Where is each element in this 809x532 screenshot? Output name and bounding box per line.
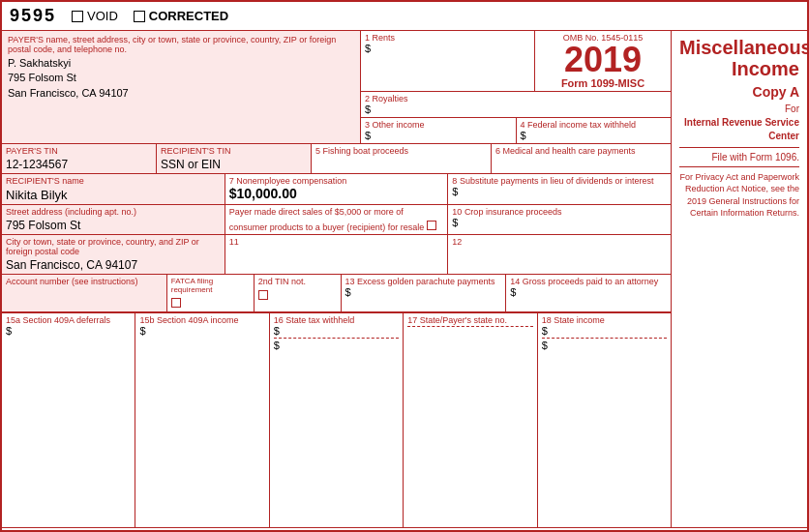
s15a-value: $ — [6, 325, 131, 337]
copy-a-irs: Internal Revenue Service Center — [679, 116, 799, 143]
row4: Street address (including apt. no.) 795 … — [2, 205, 671, 235]
form-top-bar: 9595 VOID CORRECTED — [2, 2, 807, 30]
b9-label: Payer made direct sales of $5,000 or mor… — [229, 207, 425, 232]
copy-a-for: For — [679, 103, 799, 116]
rents-row: 1 Rents $ OMB No. 1545-0115 2019 Form 10… — [361, 31, 671, 92]
payer-address: 795 Folsom St — [8, 71, 354, 85]
payer-info-value: P. Sakhatskyi 795 Folsom St San Francisc… — [8, 56, 354, 101]
tin2-checkbox[interactable] — [258, 290, 268, 300]
form-bottom-info: Form 1099-MISC Cat. No. 14425J www.irs.g… — [2, 527, 807, 532]
row1: PAYER'S name, street address, city or to… — [2, 31, 671, 144]
medical-box: 6 Medical and health care payments — [492, 144, 671, 173]
b5-label: 5 Fishing boat proceeds — [315, 146, 487, 156]
privacy-section: For Privacy Act and Paperwork Reduction … — [679, 166, 799, 220]
payer-name: P. Sakhatskyi — [8, 56, 354, 71]
form-main: PAYER'S name, street address, city or to… — [2, 30, 807, 527]
payer-info: PAYER'S name, street address, city or to… — [2, 31, 361, 143]
misc-income-title: MiscellaneousIncome — [679, 37, 799, 79]
box11: 11 — [225, 235, 449, 274]
row6: Account number (see instructions) FATCA … — [2, 275, 671, 312]
other-box: 3 Other income $ — [361, 118, 517, 143]
misc-income-text: MiscellaneousIncome — [679, 37, 799, 79]
box12: 12 — [448, 235, 671, 274]
recipient-name-label: RECIPIENT'S name — [6, 176, 221, 186]
b14-value: $ — [510, 286, 667, 298]
corrected-checkbox[interactable] — [134, 11, 145, 22]
fishing-box: 5 Fishing boat proceeds — [312, 144, 492, 173]
row7: 15a Section 409A deferrals $ 15b Section… — [2, 312, 671, 527]
s15a-label: 15a Section 409A deferrals — [6, 315, 131, 325]
s15b-label: 15b Section 409A income — [139, 315, 264, 325]
excess-box: 13 Excess golden parachute payments $ — [342, 275, 507, 311]
s15b-value: $ — [139, 325, 264, 337]
payer-tin-label: PAYER'S TIN — [6, 146, 152, 156]
tin2-box: 2nd TIN not. — [255, 275, 342, 311]
b10-value: $ — [452, 217, 667, 228]
void-section: VOID — [72, 9, 118, 23]
b3-label: 3 Other income — [365, 120, 512, 130]
s15b-box: 15b Section 409A income $ — [135, 313, 269, 527]
b7-value: $10,000.00 — [229, 186, 444, 201]
void-checkbox[interactable] — [72, 11, 83, 22]
s16-value2: $ — [274, 340, 399, 351]
payer-direct-box: Payer made direct sales of $5,000 or mor… — [225, 205, 449, 234]
s16-box: 16 State tax withheld $ $ — [270, 313, 404, 527]
b8-label: 8 Substitute payments in lieu of dividen… — [452, 176, 667, 186]
copy-a-section: Copy A For Internal Revenue Service Cent… — [679, 83, 799, 143]
b9-checkbox[interactable] — [427, 221, 436, 230]
year-2019: 2019 — [539, 43, 667, 77]
recipient-tin: RECIPIENT'S TIN SSN or EIN — [157, 144, 312, 173]
row2: PAYER'S TIN 12-1234567 RECIPIENT'S TIN S… — [2, 144, 671, 174]
row3: RECIPIENT'S name Nikita Bilyk 7 Nonemplo… — [2, 174, 671, 205]
account-box: Account number (see instructions) — [2, 275, 167, 311]
file-with: File with Form 1096. — [679, 147, 799, 163]
s18-dashed — [542, 338, 667, 339]
privacy-act-text: For Privacy Act and Paperwork Reduction … — [679, 172, 799, 219]
fatca-box: FATCA filing requirement — [167, 275, 255, 311]
s16-value1: $ — [274, 325, 399, 337]
b7-label: 7 Nonemployee compensation — [229, 176, 444, 186]
b1-value: $ — [365, 43, 530, 54]
form-number: 9595 — [10, 6, 56, 26]
account-label: Account number (see instructions) — [6, 277, 163, 286]
b3-value: $ — [365, 130, 512, 141]
payer-tin: PAYER'S TIN 12-1234567 — [2, 144, 157, 173]
gross-box: 14 Gross proceeds paid to an attorney $ — [506, 275, 671, 311]
s18-value2: $ — [542, 340, 667, 351]
recipient-tin-value: SSN or EIN — [161, 158, 307, 171]
tin2-label: 2nd TIN not. — [258, 277, 337, 286]
s17-dashed — [407, 326, 532, 327]
void-label: VOID — [87, 9, 118, 23]
fed-box: 4 Federal income tax withheld $ — [517, 118, 672, 143]
b11-label: 11 — [229, 237, 444, 247]
corrected-label: CORRECTED — [149, 9, 228, 23]
s18-label: 18 State income — [542, 315, 667, 325]
b4-value: $ — [521, 130, 668, 141]
form-right-sidebar: MiscellaneousIncome Copy A For Internal … — [672, 31, 807, 527]
copy-a-label: Copy A — [679, 83, 799, 103]
s17-label: 17 State/Payer's state no. — [407, 315, 532, 325]
rents-box: 1 Rents $ — [361, 31, 535, 91]
form-1099-misc: 9595 VOID CORRECTED PAYER'S name, street… — [0, 0, 809, 532]
fatca-checkbox[interactable] — [171, 298, 181, 308]
s16-dashed — [274, 338, 399, 339]
b13-value: $ — [345, 286, 502, 298]
payer-info-label: PAYER'S name, street address, city or to… — [8, 35, 354, 54]
omb-year-box: OMB No. 1545-0115 2019 Form 1099-MISC — [535, 31, 671, 91]
city-label: City or town, state or province, country… — [6, 237, 221, 256]
b6-label: 6 Medical and health care payments — [495, 146, 667, 156]
nonemployee-box: 7 Nonemployee compensation $10,000.00 — [225, 174, 449, 204]
file-with-text: File with Form 1096. — [711, 152, 799, 163]
b10-label: 10 Crop insurance proceeds — [452, 207, 667, 217]
city-box: City or town, state or province, country… — [2, 235, 225, 274]
s18-value1: $ — [542, 325, 667, 337]
payer-city: San Francisco, CA 94107 — [8, 86, 354, 101]
other-fed-row: 3 Other income $ 4 Federal income tax wi… — [361, 118, 671, 143]
fatca-label: FATCA filing requirement — [171, 277, 213, 294]
s18-box: 18 State income $ $ — [538, 313, 671, 527]
b1-label: 1 Rents — [365, 33, 530, 43]
royalties-row: 2 Royalties $ — [361, 92, 671, 118]
form-left: PAYER'S name, street address, city or to… — [2, 31, 672, 527]
b2-label: 2 Royalties — [365, 94, 667, 103]
street-box: Street address (including apt. no.) 795 … — [2, 205, 225, 234]
